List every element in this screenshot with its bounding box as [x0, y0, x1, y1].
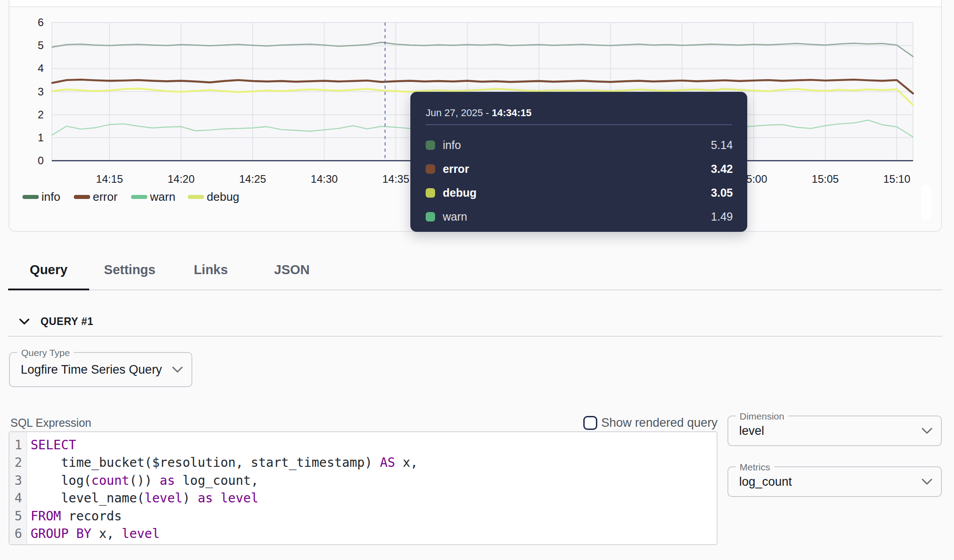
x-tick-label: 15:05: [798, 172, 852, 186]
y-tick-label: 5: [17, 39, 44, 52]
tooltip-date: Jun 27, 2025: [426, 107, 483, 118]
line-number: 5: [9, 507, 22, 525]
tooltip-row-info: info5.14: [426, 133, 733, 157]
code-line-3: log(count()) as log_count,: [27, 472, 717, 489]
metrics-label: Metrics: [736, 461, 774, 473]
chevron-down-icon: [172, 366, 183, 373]
x-tick-label: 14:20: [154, 172, 208, 186]
tooltip-swatch-info: [426, 140, 435, 150]
sql-keyword: as: [160, 473, 175, 488]
tooltip-divider: [426, 124, 732, 125]
x-tick-label: 14:30: [297, 172, 351, 186]
tooltip-swatch-debug: [426, 188, 435, 198]
tooltip-series-value: 3.05: [711, 186, 733, 199]
query-section-title: QUERY #1: [41, 316, 93, 328]
sql-keyword: level: [145, 491, 182, 506]
sql-keyword: GROUP BY: [31, 526, 91, 541]
sql-keyword: count: [91, 473, 129, 488]
sql-editor[interactable]: 123456 SELECT time_bucket($resolution, s…: [9, 431, 718, 545]
show-rendered-query-toggle[interactable]: Show rendered query: [583, 415, 718, 430]
tab-query[interactable]: Query: [8, 251, 89, 289]
tooltip-series-name: debug: [443, 186, 711, 199]
x-tick-label: 15:10: [870, 172, 924, 186]
query-section-header[interactable]: QUERY #1: [19, 315, 93, 328]
legend-label: error: [93, 190, 118, 203]
y-tick-label: 1: [17, 131, 44, 145]
tooltip-separator: -: [483, 107, 492, 118]
query-type-label: Query Type: [17, 347, 74, 358]
tooltip-row-warn: warn1.49: [426, 205, 733, 229]
chevron-down-icon: [19, 319, 29, 325]
code-line-6: GROUP BY x, level: [27, 525, 717, 542]
sql-keyword: FROM: [31, 509, 61, 524]
chart-tooltip: Jun 27, 2025 - 14:34:15 info5.14error3.4…: [410, 92, 747, 232]
x-tick-label: 14:25: [226, 172, 280, 186]
y-tick-label: 2: [17, 108, 44, 122]
y-tick-label: 4: [17, 62, 44, 75]
sql-keyword: level: [220, 491, 258, 506]
code-line-2: time_bucket($resolution, start_timestamp…: [27, 454, 717, 471]
tooltip-series-name: warn: [443, 210, 711, 223]
line-number: 4: [9, 489, 22, 507]
query-type-select[interactable]: Query Type Logfire Time Series Query: [9, 352, 192, 387]
dimension-value: level: [739, 424, 764, 438]
legend-item-warn[interactable]: warn: [131, 190, 175, 203]
line-number: 1: [9, 436, 22, 454]
page: 0123456 14:1514:2014:2514:3014:3514:4014…: [0, 0, 954, 560]
y-tick-label: 3: [17, 85, 44, 99]
sql-text: records: [61, 509, 122, 524]
query-type-value: Logfire Time Series Query: [21, 363, 162, 377]
sql-keyword: level: [122, 526, 159, 541]
code-line-4: level_name(level) as level: [27, 489, 717, 507]
show-rendered-query-label: Show rendered query: [601, 415, 718, 430]
tab-json[interactable]: JSON: [251, 251, 332, 289]
tooltip-series-value: 3.42: [711, 163, 733, 176]
sql-code[interactable]: SELECT time_bucket($resolution, start_ti…: [27, 436, 717, 542]
tooltip-timestamp: Jun 27, 2025 - 14:34:15: [426, 106, 532, 120]
sql-keyword: SELECT: [31, 438, 76, 452]
tab-settings[interactable]: Settings: [89, 251, 170, 289]
line-number: 2: [9, 454, 22, 471]
legend-item-error[interactable]: error: [74, 190, 118, 203]
y-tick-label: 6: [17, 16, 44, 29]
tabs-divider: [8, 289, 942, 290]
tab-links[interactable]: Links: [170, 251, 251, 289]
legend-item-info[interactable]: info: [23, 190, 60, 203]
sql-text: ()): [129, 473, 159, 488]
sql-expression-label: SQL Expression: [10, 416, 91, 429]
legend-label: warn: [150, 190, 175, 203]
sql-text: x,: [91, 526, 122, 541]
legend-swatch-info: [23, 195, 39, 199]
legend-swatch-error: [74, 195, 90, 199]
tooltip-row-debug: debug3.05: [426, 181, 733, 205]
metrics-value: log_count: [739, 475, 792, 489]
panel-tabs: QuerySettingsLinksJSON: [8, 251, 332, 289]
sql-keyword: AS: [380, 455, 395, 470]
chevron-down-icon: [922, 428, 932, 434]
tooltip-series-name: info: [443, 139, 711, 152]
tooltip-swatch-error: [426, 164, 435, 174]
sql-text: [213, 491, 221, 506]
sql-editor-gutter: 123456: [9, 432, 27, 544]
sql-text: x,: [395, 455, 418, 470]
y-tick-label: 0: [17, 154, 44, 167]
dimension-select[interactable]: Dimension level: [727, 415, 942, 446]
sql-text: log(: [31, 473, 91, 488]
tooltip-series-value: 1.49: [711, 210, 733, 223]
legend-item-debug[interactable]: debug: [188, 190, 239, 203]
checkbox-icon[interactable]: [583, 416, 597, 430]
dimension-label: Dimension: [736, 411, 788, 422]
legend-swatch-warn: [131, 195, 147, 199]
code-line-5: FROM records: [27, 507, 717, 525]
line-number: 6: [9, 525, 22, 542]
tooltip-series-value: 5.14: [711, 139, 733, 152]
chevron-down-icon: [922, 479, 932, 485]
tooltip-series-name: error: [443, 163, 711, 176]
scrollbar-thumb[interactable]: [921, 185, 931, 220]
legend-swatch-debug: [188, 195, 204, 199]
tooltip-rows: info5.14error3.42debug3.05warn1.49: [426, 133, 733, 229]
metrics-select[interactable]: Metrics log_count: [727, 466, 942, 497]
legend-label: debug: [207, 190, 239, 203]
code-line-1: SELECT: [27, 436, 717, 454]
x-tick-label: 14:15: [82, 172, 136, 186]
